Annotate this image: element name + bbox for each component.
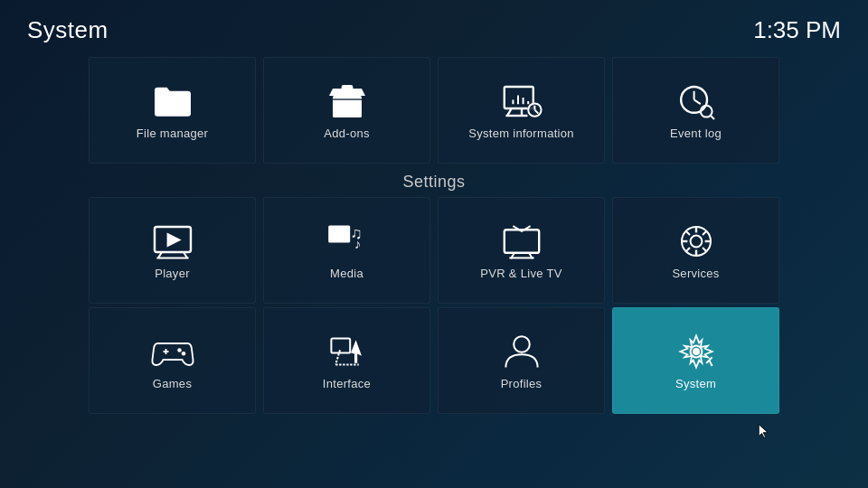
svg-point-54 <box>693 348 700 355</box>
tile-label: System <box>675 377 716 390</box>
services-icon <box>675 221 718 261</box>
tile-label: PVR & Live TV <box>480 267 561 280</box>
tile-label: Player <box>155 267 190 280</box>
settings-row-2: Games Interface Profiles System <box>0 307 868 414</box>
media-icon: ♫ ♪ <box>326 221 369 261</box>
player-icon <box>151 221 194 261</box>
settings-label: Settings <box>0 173 868 192</box>
gamepad-icon <box>151 332 194 371</box>
tile-label: Interface <box>323 377 371 390</box>
page-title: System <box>27 16 108 44</box>
top-row: File manager Add-ons System infor <box>0 57 868 164</box>
svg-line-43 <box>703 230 706 234</box>
tile-services[interactable]: Services <box>612 197 779 304</box>
svg-marker-55 <box>759 425 768 438</box>
tile-add-ons[interactable]: Add-ons <box>263 57 430 164</box>
svg-point-48 <box>181 352 185 356</box>
tile-label: Media <box>330 267 363 280</box>
tile-system[interactable]: System <box>612 307 779 414</box>
tv-icon <box>500 221 543 261</box>
clock: 1:35 PM <box>753 16 841 44</box>
box-icon <box>326 81 369 121</box>
clock-search-icon <box>675 81 718 121</box>
svg-line-19 <box>693 99 700 104</box>
svg-point-17 <box>681 87 707 113</box>
profiles-icon <box>500 332 543 371</box>
svg-rect-3 <box>341 85 353 90</box>
tile-system-information[interactable]: System information <box>438 57 605 164</box>
tile-label: Add-ons <box>324 127 370 140</box>
tile-games[interactable]: Games <box>89 307 256 414</box>
tile-event-log[interactable]: Event log <box>612 57 779 164</box>
tile-label: Services <box>672 267 719 280</box>
svg-line-21 <box>711 116 714 119</box>
system-icon <box>675 332 718 371</box>
tile-label: File manager <box>137 127 208 140</box>
tile-interface[interactable]: Interface <box>263 307 430 414</box>
svg-point-52 <box>514 336 530 352</box>
tile-label: Event log <box>670 127 722 140</box>
svg-line-42 <box>703 248 706 251</box>
tile-pvr-live-tv[interactable]: PVR & Live TV <box>438 197 605 304</box>
header: System 1:35 PM <box>0 0 868 53</box>
tile-label: Profiles <box>501 377 542 390</box>
tile-label: System information <box>468 127 574 140</box>
svg-marker-23 <box>166 232 181 247</box>
tile-profiles[interactable]: Profiles <box>438 307 605 414</box>
svg-line-44 <box>685 248 689 251</box>
svg-rect-31 <box>504 230 538 253</box>
cursor <box>756 423 772 439</box>
folder-icon <box>151 81 194 121</box>
svg-text:♪: ♪ <box>354 237 361 251</box>
tile-label: Games <box>153 377 192 390</box>
settings-row-1: Player ♫ ♪ Media PVR & Live TV <box>0 197 868 304</box>
svg-line-41 <box>685 230 689 234</box>
tile-player[interactable]: Player <box>89 197 256 304</box>
svg-point-47 <box>177 348 182 352</box>
tile-file-manager[interactable]: File manager <box>89 57 256 164</box>
svg-point-35 <box>690 235 702 247</box>
svg-point-20 <box>700 105 712 117</box>
tile-media[interactable]: ♫ ♪ Media <box>263 197 430 304</box>
interface-icon <box>326 332 369 371</box>
chart-icon <box>500 81 543 121</box>
